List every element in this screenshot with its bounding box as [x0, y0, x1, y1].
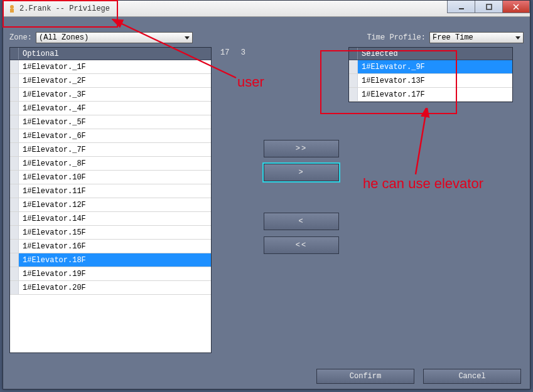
optional-list[interactable]: Optional 1#Elevator._1F1#Elevator._2F1#E… [9, 47, 212, 353]
list-item-label: 1#Elevator._6F [19, 132, 86, 140]
window-controls [447, 1, 530, 13]
time-profile-value: Free Time [433, 33, 473, 42]
time-profile-label: Time Profile: [367, 33, 426, 42]
list-item[interactable]: 1#Elevator._3F [10, 88, 211, 102]
list-item[interactable]: 1#Elevator.13F [349, 74, 512, 88]
list-item-label: 1#Elevator._4F [19, 104, 86, 113]
list-item[interactable]: 1#Elevator.18F [10, 253, 211, 267]
chevron-down-icon [185, 36, 190, 40]
list-item-label: 1#Elevator._2F [19, 77, 86, 85]
selected-header-label: Selected [358, 50, 398, 58]
list-item-label: 1#Elevator._7F [19, 146, 86, 154]
list-item[interactable]: 1#Elevator.11F [10, 184, 211, 198]
list-item[interactable]: 1#Elevator.20F [10, 281, 211, 295]
selected-count: 3 [241, 48, 245, 353]
list-item-label: 1#Elevator._9F [358, 63, 425, 72]
zone-label: Zone: [9, 33, 32, 42]
list-item[interactable]: 1#Elevator._1F [10, 60, 211, 74]
list-item-label: 1#Elevator.16F [19, 242, 86, 251]
minimize-button[interactable] [447, 1, 475, 13]
selected-header: Selected [349, 48, 512, 60]
list-item[interactable]: 1#Elevator._5F [10, 115, 211, 129]
list-item-label: 1#Elevator.11F [19, 187, 86, 196]
optional-count: 17 [220, 48, 229, 353]
dual-list-panel: Optional 1#Elevator._1F1#Elevator._2F1#E… [3, 47, 530, 359]
filter-row: Zone: (All Zones) Time Profile: Free Tim… [3, 29, 530, 47]
list-item-label: 1#Elevator.20F [19, 283, 86, 292]
list-item-label: 1#Elevator.19F [19, 270, 86, 278]
list-item[interactable]: 1#Elevator.16F [10, 240, 211, 253]
window-title: 2.Frank -- Privilege [19, 4, 110, 13]
dialog-footer: Confirm Cancel [316, 369, 521, 384]
list-item[interactable]: 1#Elevator.12F [10, 198, 211, 212]
list-item[interactable]: 1#Elevator._7F [10, 143, 211, 157]
cancel-button[interactable]: Cancel [423, 369, 521, 384]
zone-combobox[interactable]: (All Zones) [36, 32, 193, 43]
app-icon [7, 4, 17, 14]
list-item-label: 1#Elevator.14F [19, 215, 86, 223]
svg-rect-1 [10, 9, 14, 13]
item-counts: 17 3 [212, 47, 254, 353]
list-item[interactable]: 1#Elevator.15F [10, 226, 211, 240]
list-item[interactable]: 1#Elevator._6F [10, 129, 211, 143]
list-item[interactable]: 1#Elevator._8F [10, 157, 211, 171]
toolbar-strip [3, 17, 530, 29]
list-item-label: 1#Elevator.10F [19, 173, 86, 182]
list-item[interactable]: 1#Elevator.19F [10, 267, 211, 281]
move-buttons: >> > < << [254, 47, 348, 353]
list-item[interactable]: 1#Elevator._9F [349, 60, 512, 74]
list-item[interactable]: 1#Elevator.17F [349, 88, 512, 102]
svg-rect-3 [487, 4, 492, 9]
list-item-label: 1#Elevator._5F [19, 118, 86, 127]
list-item-label: 1#Elevator._3F [19, 90, 86, 99]
list-item-label: 1#Elevator.15F [19, 228, 86, 237]
list-item-label: 1#Elevator.12F [19, 201, 86, 209]
titlebar[interactable]: 2.Frank -- Privilege [3, 1, 530, 17]
confirm-button[interactable]: Confirm [316, 369, 414, 384]
selected-list[interactable]: Selected 1#Elevator._9F1#Elevator.13F1#E… [348, 47, 513, 102]
privilege-dialog: 2.Frank -- Privilege Zone: (All Zones) T… [3, 0, 530, 389]
optional-header-label: Optional [19, 50, 59, 58]
maximize-button[interactable] [475, 1, 502, 13]
list-item-label: 1#Elevator.13F [358, 77, 425, 85]
chevron-down-icon [515, 36, 520, 40]
add-all-button[interactable]: >> [264, 140, 339, 157]
list-item[interactable]: 1#Elevator._4F [10, 102, 211, 115]
optional-header: Optional [10, 48, 211, 60]
time-profile-combobox[interactable]: Free Time [429, 32, 524, 43]
svg-point-0 [10, 5, 14, 9]
remove-one-button[interactable]: < [264, 213, 339, 230]
remove-all-button[interactable]: << [264, 236, 339, 254]
zone-value: (All Zones) [39, 33, 89, 42]
list-item[interactable]: 1#Elevator.14F [10, 212, 211, 226]
list-item-label: 1#Elevator.18F [19, 256, 86, 265]
add-one-button[interactable]: > [264, 164, 339, 181]
svg-rect-2 [459, 8, 464, 9]
list-item-label: 1#Elevator.17F [358, 90, 425, 99]
list-item-label: 1#Elevator._8F [19, 159, 86, 168]
list-item[interactable]: 1#Elevator._2F [10, 74, 211, 88]
close-button[interactable] [502, 1, 530, 13]
list-item[interactable]: 1#Elevator.10F [10, 171, 211, 184]
list-item-label: 1#Elevator._1F [19, 63, 86, 72]
